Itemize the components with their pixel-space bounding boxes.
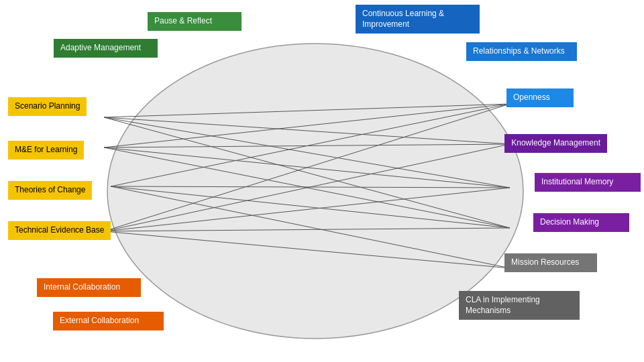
cla-implementing-node: CLA in Implementing Mechanisms — [459, 291, 580, 320]
institutional-memory-node: Institutional Memory — [535, 173, 641, 192]
svg-line-3 — [104, 117, 510, 188]
svg-line-10 — [111, 186, 510, 228]
svg-line-16 — [111, 186, 510, 268]
svg-line-13 — [104, 188, 510, 231]
mission-resources-node: Mission Resources — [504, 253, 597, 272]
theories-change-node: Theories of Change — [8, 181, 92, 200]
diagram-container: Pause & Reflect Adaptive Management Cont… — [0, 0, 644, 362]
mne-learning-node: M&E for Learning — [8, 141, 84, 160]
svg-line-2 — [104, 117, 510, 144]
continuous-learning-node: Continuous Learning & Improvement — [356, 5, 480, 34]
svg-line-4 — [104, 117, 510, 228]
external-collaboration-node: External Collaboration — [53, 312, 164, 330]
svg-line-11 — [104, 104, 510, 231]
adaptive-management-node: Adaptive Management — [54, 39, 158, 58]
svg-line-7 — [104, 147, 510, 228]
svg-line-6 — [104, 144, 510, 147]
internal-collaboration-node: Internal Collaboration — [37, 278, 141, 297]
svg-line-1 — [104, 104, 510, 117]
svg-line-9 — [111, 186, 510, 188]
openness-node: Openness — [506, 88, 574, 107]
svg-line-12 — [104, 144, 510, 231]
pause-reflect-node: Pause & Reflect — [148, 12, 241, 31]
knowledge-management-node: Knowledge Management — [504, 134, 607, 153]
scenario-planning-node: Scenario Planning — [8, 97, 87, 116]
svg-line-17 — [104, 147, 510, 188]
svg-line-8 — [111, 104, 510, 186]
svg-line-15 — [104, 231, 510, 268]
decision-making-node: Decision Making — [533, 213, 629, 232]
technical-evidence-node: Technical Evidence Base — [8, 221, 111, 240]
svg-line-5 — [104, 104, 510, 147]
relationships-networks-node: Relationships & Networks — [466, 42, 577, 61]
svg-line-14 — [104, 228, 510, 231]
